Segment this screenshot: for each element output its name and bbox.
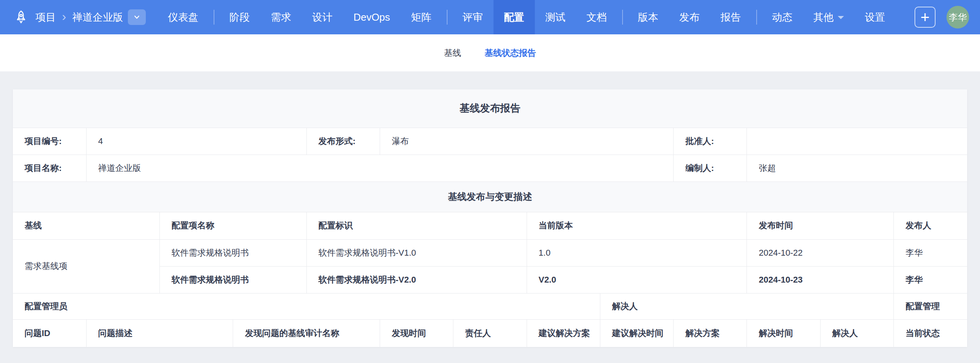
baseline-row-identifier: 软件需求规格说明书-V1.0 <box>306 239 527 266</box>
project-id-label: 项目编号: <box>13 128 86 155</box>
nav-item-stage[interactable]: 阶段 <box>219 0 260 34</box>
breadcrumb-root[interactable]: 项目 <box>35 11 56 24</box>
project-name-label: 项目名称: <box>13 155 86 182</box>
nav-item-other[interactable]: 其他 <box>803 0 854 34</box>
issue-header-solution: 解决方案 <box>674 319 747 347</box>
navbar-right: + 李华 <box>915 6 969 28</box>
nav-item-devops[interactable]: DevOps <box>343 0 401 34</box>
report-title: 基线发布报告 <box>13 89 967 128</box>
baseline-row-v1: 需求基线项 软件需求规格说明书 软件需求规格说明书-V1.0 1.0 2024-… <box>13 239 967 266</box>
baseline-row-publisher: 李华 <box>894 239 967 266</box>
info-row-2: 项目名称: 禅道企业版 编制人: 张超 <box>13 155 967 182</box>
baseline-release-report-table: 基线发布报告 项目编号: 4 发布形式: 瀑布 批准人: 项目名称: 禅道企业版… <box>13 89 967 347</box>
page-content: 基线发布报告 项目编号: 4 发布形式: 瀑布 批准人: 项目名称: 禅道企业版… <box>0 72 980 347</box>
issue-header-solved-date: 解决时间 <box>747 319 820 347</box>
baseline-row-date: 2024-10-23 <box>747 266 894 293</box>
project-name-value: 禅道企业版 <box>86 155 673 182</box>
nav-item-dashboard[interactable]: 仪表盘 <box>157 0 209 34</box>
add-button[interactable]: + <box>915 7 936 28</box>
baseline-header-current-version: 当前版本 <box>527 212 747 239</box>
issue-header-status: 当前状态 <box>894 319 967 347</box>
issue-header-row: 问题ID 问题描述 发现问题的基线审计名称 发现时间 责任人 建议解决方案 建议… <box>13 319 967 347</box>
approver-value <box>747 128 967 155</box>
compiler-label: 编制人: <box>674 155 747 182</box>
compiler-value: 张超 <box>747 155 967 182</box>
rocket-icon <box>13 9 29 25</box>
project-id-value: 4 <box>86 128 306 155</box>
baseline-row-name: 软件需求规格说明书 <box>160 239 307 266</box>
baseline-row-name: 软件需求规格说明书 <box>160 266 307 293</box>
admin-row: 配置管理员 解决人 配置管理 <box>13 293 967 319</box>
issue-header-audit-name: 发现问题的基线审计名称 <box>233 319 380 347</box>
nav-divider <box>622 10 623 25</box>
baseline-row-date: 2024-10-22 <box>747 239 894 266</box>
config-manage-cell: 配置管理 <box>894 293 967 319</box>
tab-baseline-status-report[interactable]: 基线状态报告 <box>485 47 536 59</box>
baseline-header-row: 基线 配置项名称 配置标识 当前版本 发布时间 发布人 <box>13 212 967 239</box>
baseline-row-identifier: 软件需求规格说明书-V2.0 <box>306 266 527 293</box>
baseline-header-config-item-name: 配置项名称 <box>160 212 307 239</box>
nav-item-test[interactable]: 测试 <box>535 0 576 34</box>
secondary-tabbar: 基线 基线状态报告 <box>0 34 980 72</box>
nav-divider <box>447 10 448 25</box>
info-row-1: 项目编号: 4 发布形式: 瀑布 批准人: <box>13 128 967 155</box>
resolver-cell: 解决人 <box>600 293 893 319</box>
caret-down-icon <box>838 16 844 22</box>
config-admin-cell: 配置管理员 <box>13 293 600 319</box>
nav-item-release[interactable]: 发布 <box>669 0 710 34</box>
release-form-label: 发布形式: <box>306 128 380 155</box>
issue-header-solver: 解决人 <box>820 319 893 347</box>
nav-divider <box>214 10 214 25</box>
nav-item-report[interactable]: 报告 <box>710 0 752 34</box>
issue-header-owner: 责任人 <box>453 319 527 347</box>
nav-item-review[interactable]: 评审 <box>452 0 494 34</box>
breadcrumb-chevron-icon: › <box>62 10 66 23</box>
baseline-header-release-date: 发布时间 <box>747 212 894 239</box>
nav-divider <box>756 10 757 25</box>
baseline-group-cell: 需求基线项 <box>13 239 160 293</box>
baseline-header-publisher: 发布人 <box>894 212 967 239</box>
baseline-header-baseline: 基线 <box>13 212 160 239</box>
nav-item-doc[interactable]: 文档 <box>576 0 617 34</box>
issue-header-found-date: 发现时间 <box>380 319 453 347</box>
breadcrumb-project[interactable]: 禅道企业版 <box>73 11 123 24</box>
release-form-value: 瀑布 <box>380 128 673 155</box>
approver-label: 批准人: <box>674 128 747 155</box>
section-title: 基线发布与变更描述 <box>13 182 967 212</box>
section-title-row: 基线发布与变更描述 <box>13 182 967 212</box>
breadcrumb: 项目 › 禅道企业版 <box>13 9 146 25</box>
nav-item-config[interactable]: 配置 <box>494 0 535 34</box>
baseline-row-version: 1.0 <box>527 239 747 266</box>
issue-header-id: 问题ID <box>13 319 86 347</box>
tab-baseline[interactable]: 基线 <box>444 47 461 59</box>
nav-item-build[interactable]: 版本 <box>628 0 669 34</box>
avatar[interactable]: 李华 <box>946 6 969 28</box>
navbar-menu: 仪表盘 阶段 需求 设计 DevOps 矩阵 评审 配置 测试 文档 版本 发布… <box>157 0 915 34</box>
nav-item-design[interactable]: 设计 <box>302 0 343 34</box>
top-navbar: 项目 › 禅道企业版 仪表盘 阶段 需求 设计 DevOps 矩阵 评审 配置 … <box>0 0 980 34</box>
nav-item-settings[interactable]: 设置 <box>854 0 896 34</box>
issue-header-description: 问题描述 <box>86 319 233 347</box>
baseline-header-config-identifier: 配置标识 <box>306 212 527 239</box>
nav-item-story[interactable]: 需求 <box>260 0 302 34</box>
report-title-row: 基线发布报告 <box>13 89 967 128</box>
baseline-row-publisher: 李华 <box>894 266 967 293</box>
project-switcher-button[interactable] <box>128 9 146 25</box>
issue-header-suggested-solution: 建议解决方案 <box>527 319 600 347</box>
nav-item-matrix[interactable]: 矩阵 <box>401 0 442 34</box>
chevron-down-icon <box>133 14 140 21</box>
nav-item-dynamic[interactable]: 动态 <box>762 0 803 34</box>
baseline-row-version: V2.0 <box>527 266 747 293</box>
issue-header-suggested-date: 建议解决时间 <box>600 319 673 347</box>
